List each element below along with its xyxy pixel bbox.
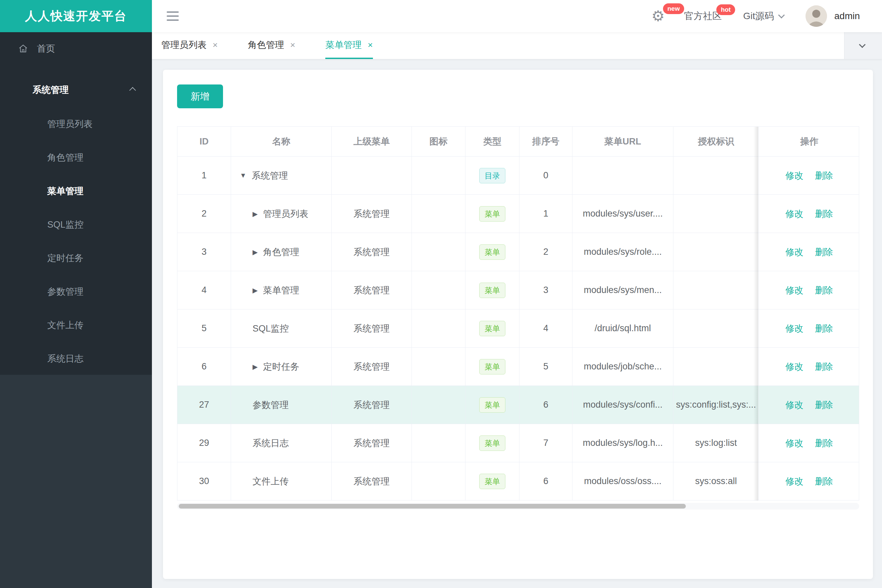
cell-icon <box>412 233 466 271</box>
sidebar-item-label: 文件上传 <box>47 319 84 331</box>
sidebar-item-1[interactable]: 角色管理 <box>0 141 152 174</box>
cell-id: 4 <box>177 271 231 309</box>
content-card: 新增 ID 名称 上级菜单 图标 类型 排序号 菜单URL 授权标识 操作 1 … <box>163 70 873 579</box>
edit-link[interactable]: 修改 <box>786 476 804 488</box>
cell-type: 菜单 <box>466 271 520 309</box>
tab-list-dropdown[interactable] <box>844 32 882 59</box>
delete-link[interactable]: 删除 <box>815 437 833 449</box>
tree-expand-icon[interactable]: ▶ <box>252 286 258 294</box>
column-header-actions: 操作 <box>759 127 859 156</box>
table-row[interactable]: 2 ▶ 管理员列表 系统管理 菜单 1 modules/sys/user....… <box>177 195 859 233</box>
cell-menu-url: modules/sys/role.... <box>572 233 673 271</box>
table-row[interactable]: 30 文件上传 系统管理 菜单 6 modules/oss/oss.... sy… <box>177 462 859 501</box>
edit-link[interactable]: 修改 <box>786 399 804 411</box>
type-badge: 菜单 <box>479 474 505 489</box>
edit-link[interactable]: 修改 <box>786 246 804 258</box>
delete-link[interactable]: 删除 <box>815 476 833 488</box>
column-header-order: 排序号 <box>520 127 572 156</box>
delete-link[interactable]: 删除 <box>815 208 833 220</box>
edit-link[interactable]: 修改 <box>786 170 804 182</box>
home-icon <box>18 44 28 54</box>
edit-link[interactable]: 修改 <box>786 322 804 334</box>
edit-link[interactable]: 修改 <box>786 284 804 296</box>
cell-actions: 修改 删除 <box>759 462 859 500</box>
cell-order: 2 <box>520 233 572 271</box>
delete-link[interactable]: 删除 <box>815 361 833 373</box>
tree-expand-icon[interactable]: ▶ <box>252 248 258 256</box>
sidebar-item-6[interactable]: 文件上传 <box>0 308 152 342</box>
cell-auth-flag <box>673 309 759 347</box>
cell-parent-menu: 系统管理 <box>332 271 412 309</box>
edit-link[interactable]: 修改 <box>786 361 804 373</box>
cell-auth-flag <box>673 271 759 309</box>
cell-icon <box>412 156 466 194</box>
new-badge: new <box>663 3 684 14</box>
sidebar-item-2[interactable]: 菜单管理 <box>0 174 152 208</box>
table-row[interactable]: 5 SQL监控 系统管理 菜单 4 /druid/sql.html 修改 删除 <box>177 309 859 348</box>
cell-name: ▶ 管理员列表 <box>231 195 332 232</box>
sidebar-group-system[interactable]: 系统管理 <box>0 75 152 104</box>
delete-link[interactable]: 删除 <box>815 399 833 411</box>
table-row[interactable]: 6 ▶ 定时任务 系统管理 菜单 5 modules/job/sche... 修… <box>177 348 859 386</box>
tab-role-management[interactable]: 角色管理 × <box>248 32 295 59</box>
sidebar-item-3[interactable]: SQL监控 <box>0 208 152 242</box>
sidebar-item-label: 首页 <box>37 43 55 55</box>
cell-icon <box>412 424 466 462</box>
column-header-icon: 图标 <box>412 127 466 156</box>
tab-admin-list[interactable]: 管理员列表 × <box>161 32 218 59</box>
app-logo: 人人快速开发平台 <box>0 0 152 32</box>
cell-menu-url: modules/sys/confi... <box>572 386 673 424</box>
cell-menu-url: /druid/sql.html <box>572 309 673 347</box>
cell-id: 1 <box>177 156 231 194</box>
menu-toggle-icon[interactable] <box>167 11 179 21</box>
column-header-parent: 上级菜单 <box>332 127 412 156</box>
chevron-down-icon <box>778 12 785 18</box>
git-source-dropdown[interactable]: Git源码 <box>743 10 785 22</box>
edit-link[interactable]: 修改 <box>786 208 804 220</box>
table-row[interactable]: 1 ▼ 系统管理 目录 0 修改 删除 <box>177 156 859 195</box>
close-icon[interactable]: × <box>290 40 295 50</box>
column-header-auth: 授权标识 <box>673 127 759 156</box>
sidebar-item-0[interactable]: 管理员列表 <box>0 107 152 141</box>
cell-parent-menu: 系统管理 <box>332 195 412 232</box>
sidebar-item-4[interactable]: 定时任务 <box>0 242 152 275</box>
delete-link[interactable]: 删除 <box>815 246 833 258</box>
cell-order: 6 <box>520 462 572 500</box>
avatar[interactable] <box>805 5 827 27</box>
community-link[interactable]: 官方社区 hot <box>684 10 722 22</box>
cell-name: 系统日志 <box>231 424 332 462</box>
cell-parent-menu: 系统管理 <box>332 462 412 500</box>
sidebar: 首页 系统管理 管理员列表 角色管理 菜单管理 SQL监控 定时任务 参数管理 … <box>0 32 152 588</box>
cell-parent-menu <box>332 156 412 194</box>
table-row[interactable]: 3 ▶ 角色管理 系统管理 菜单 2 modules/sys/role.... … <box>177 233 859 271</box>
table-row[interactable]: 29 系统日志 系统管理 菜单 7 modules/sys/log.h... s… <box>177 424 859 462</box>
sidebar-item-home[interactable]: 首页 <box>0 32 152 65</box>
cell-name: ▶ 菜单管理 <box>231 271 332 309</box>
delete-link[interactable]: 删除 <box>815 170 833 182</box>
cell-type: 菜单 <box>466 462 520 500</box>
delete-link[interactable]: 删除 <box>815 284 833 296</box>
sidebar-item-5[interactable]: 参数管理 <box>0 275 152 308</box>
table-row[interactable]: 4 ▶ 菜单管理 系统管理 菜单 3 modules/sys/men... 修改… <box>177 271 859 309</box>
tree-expand-icon[interactable]: ▶ <box>252 210 258 218</box>
cell-order: 1 <box>520 195 572 232</box>
table-row[interactable]: 27 参数管理 系统管理 菜单 6 modules/sys/confi... s… <box>177 386 859 424</box>
cell-id: 3 <box>177 233 231 271</box>
tree-expand-icon[interactable]: ▼ <box>240 172 246 179</box>
cell-type: 菜单 <box>466 233 520 271</box>
close-icon[interactable]: × <box>368 40 373 50</box>
edit-link[interactable]: 修改 <box>786 437 804 449</box>
tree-expand-icon[interactable]: ▶ <box>252 363 258 371</box>
settings-menu[interactable]: ⚙ new <box>652 9 665 24</box>
gear-icon[interactable]: ⚙ <box>652 9 665 24</box>
close-icon[interactable]: × <box>213 40 218 50</box>
tab-menu-management[interactable]: 菜单管理 × <box>325 32 373 59</box>
delete-link[interactable]: 删除 <box>815 322 833 334</box>
sidebar-item-label: 管理员列表 <box>47 118 93 130</box>
add-button[interactable]: 新增 <box>177 84 223 108</box>
type-badge: 菜单 <box>479 283 505 298</box>
user-name[interactable]: admin <box>834 11 860 21</box>
cell-parent-menu: 系统管理 <box>332 233 412 271</box>
scrollbar-thumb[interactable] <box>179 504 686 508</box>
sidebar-item-7[interactable]: 系统日志 <box>0 342 152 375</box>
